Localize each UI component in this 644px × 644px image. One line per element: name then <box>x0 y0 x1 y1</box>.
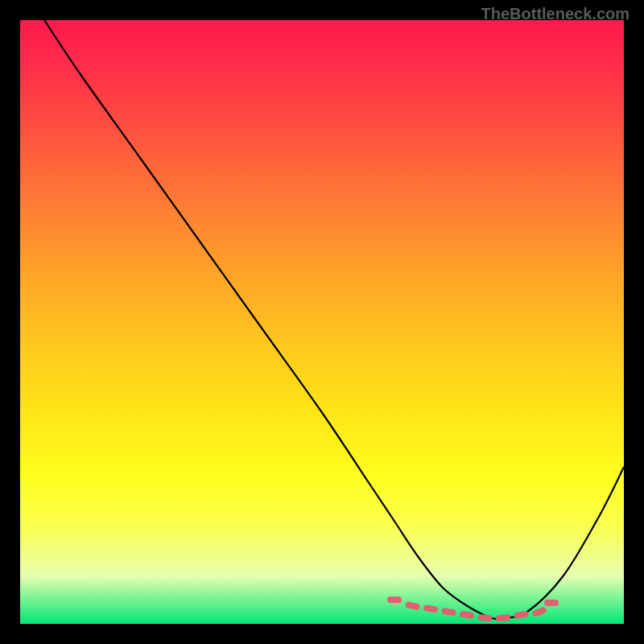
bottleneck-curve <box>44 20 624 619</box>
optimal-band-marker <box>496 614 511 621</box>
optimal-band-marker <box>423 605 438 613</box>
optimal-band-marker <box>514 610 529 619</box>
optimal-band-marker <box>459 610 474 619</box>
chart-container: TheBottleneck.com <box>0 0 644 644</box>
optimal-band-marker <box>405 601 420 610</box>
optimal-band-marker <box>544 600 559 606</box>
optimal-band-marker <box>441 608 456 617</box>
plot-area <box>20 20 624 624</box>
optimal-band-marker <box>477 614 493 621</box>
watermark-text: TheBottleneck.com <box>481 5 630 23</box>
optimal-band-marker <box>387 597 402 603</box>
chart-svg <box>20 20 624 624</box>
